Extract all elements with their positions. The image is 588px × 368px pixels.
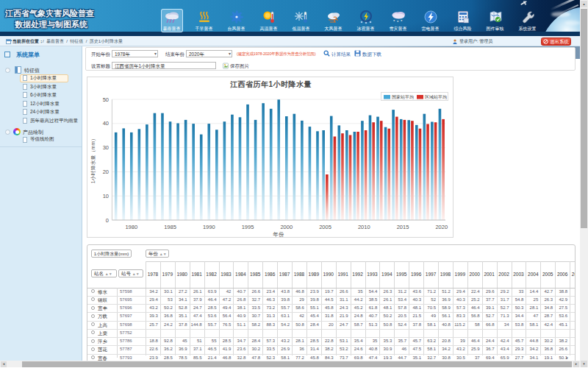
svg-text:2010: 2010	[358, 224, 370, 230]
svg-text:1980: 1980	[125, 224, 137, 230]
svg-text:20: 20	[103, 169, 109, 175]
svg-text:年份: 年份	[273, 231, 285, 238]
svg-text:*: *	[397, 20, 399, 24]
svg-text:1990: 1990	[203, 224, 215, 230]
svg-text:40: 40	[103, 120, 109, 127]
svg-text:*: *	[401, 19, 403, 24]
svg-text:2005: 2005	[319, 224, 331, 230]
svg-text:1985: 1985	[164, 224, 176, 230]
svg-text:2000: 2000	[280, 224, 293, 230]
svg-text:1小时降水量（mm）: 1小时降水量（mm）	[90, 136, 96, 184]
svg-text:0: 0	[106, 217, 109, 224]
svg-text:2020: 2020	[435, 224, 448, 230]
svg-text:30: 30	[103, 144, 109, 151]
svg-text:50: 50	[103, 96, 109, 103]
svg-text:10: 10	[103, 193, 109, 199]
svg-text:2015: 2015	[397, 224, 409, 230]
svg-text:*: *	[393, 19, 395, 24]
svg-text:1995: 1995	[242, 224, 254, 230]
